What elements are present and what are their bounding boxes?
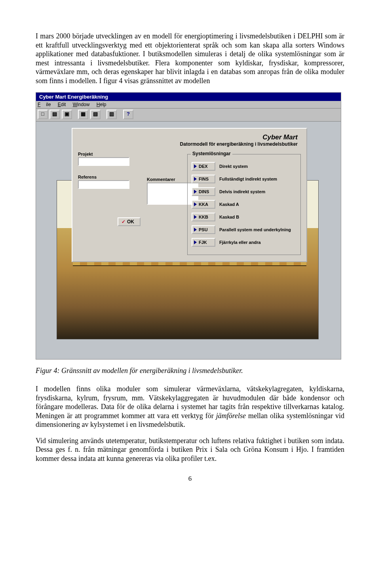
system-label: Delvis indirekt system xyxy=(219,189,265,194)
play-icon xyxy=(194,228,197,232)
system-label: Kaskad A xyxy=(219,202,239,207)
toolbar-open-icon[interactable]: ▤ xyxy=(49,110,60,119)
system-row-dex: DEXDirekt system xyxy=(192,162,296,171)
app-client-area: Cyber Mart Datormodell för energiberäkni… xyxy=(36,122,341,359)
toolbar-db2-icon[interactable]: ▧ xyxy=(90,110,101,119)
system-code: DINS xyxy=(199,189,209,194)
paragraph-3: Vid simulering används utetemperatur, bu… xyxy=(36,436,344,463)
play-icon xyxy=(194,202,197,206)
toolbar-save-icon[interactable]: ▣ xyxy=(62,110,72,119)
system-button-fjk[interactable]: FJK xyxy=(192,238,215,247)
play-icon xyxy=(194,215,197,219)
system-code: KKB xyxy=(199,215,208,219)
play-icon xyxy=(194,240,197,244)
app-window: Cyber Mart Energiberäkning File Edit Win… xyxy=(36,92,341,360)
toolbar: □ ▤ ▣ ▦ ▧ ▥ ? xyxy=(36,108,341,122)
page-number: 6 xyxy=(36,475,344,483)
system-label: Fullständigt indirekt system xyxy=(219,177,277,181)
system-button-psu[interactable]: PSU xyxy=(192,225,215,234)
system-button-kkb[interactable]: KKB xyxy=(192,213,215,221)
menu-edit[interactable]: Edit xyxy=(58,102,66,107)
paragraph-1: I mars 2000 började utvecklingen av en m… xyxy=(36,32,344,85)
menu-help[interactable]: Help xyxy=(97,102,106,107)
system-code: FINS xyxy=(199,177,209,181)
ok-label: OK xyxy=(127,219,134,225)
system-row-kka: KKAKaskad A xyxy=(192,200,296,209)
figure-caption: Figur 4: Gränssnitt av modellen för ener… xyxy=(36,367,344,375)
system-label: Kaskad B xyxy=(219,215,239,219)
toolbar-new-icon[interactable]: □ xyxy=(38,110,48,119)
system-button-kka[interactable]: KKA xyxy=(192,200,215,209)
play-icon xyxy=(194,190,197,194)
system-label: Parallell system med underkylning xyxy=(219,227,291,232)
toolbar-help-icon[interactable]: ? xyxy=(123,110,133,119)
ok-button[interactable]: ✓OK xyxy=(118,217,141,226)
system-row-fjk: FJKFjärrkyla eller andra xyxy=(192,238,296,247)
form-subtitle: Datormodell för energiberäkning i livsme… xyxy=(78,141,298,147)
projekt-input[interactable] xyxy=(78,157,129,166)
main-form-panel: Cyber Mart Datormodell för energiberäkni… xyxy=(72,128,307,262)
toolbar-db1-icon[interactable]: ▦ xyxy=(78,110,88,119)
systemlosningar-group: Systemlösningar DEXDirekt systemFINSFull… xyxy=(187,154,301,255)
system-button-dins[interactable]: DINS xyxy=(192,187,215,196)
check-icon: ✓ xyxy=(122,219,125,225)
system-row-kkb: KKBKaskad B xyxy=(192,213,296,221)
group-legend: Systemlösningar xyxy=(191,151,232,156)
window-titlebar: Cyber Mart Energiberäkning xyxy=(36,93,341,101)
referens-input[interactable] xyxy=(78,180,129,189)
menu-window[interactable]: Window xyxy=(73,102,90,107)
system-button-dex[interactable]: DEX xyxy=(192,162,215,171)
system-code: FJK xyxy=(199,240,207,245)
system-code: DEX xyxy=(199,164,208,169)
system-label: Fjärrkyla eller andra xyxy=(219,240,261,245)
toolbar-grid-icon[interactable]: ▥ xyxy=(106,110,117,119)
system-row-dins: DINSDelvis indirekt system xyxy=(192,187,296,196)
form-title: Cyber Mart xyxy=(78,133,298,141)
system-code: KKA xyxy=(199,202,208,207)
play-icon xyxy=(194,164,197,168)
menu-file[interactable]: File xyxy=(38,102,51,107)
system-code: PSU xyxy=(199,227,208,232)
system-row-fins: FINSFullständigt indirekt system xyxy=(192,175,296,183)
paragraph-2: I modellen finns olika moduler som simul… xyxy=(36,384,344,429)
play-icon xyxy=(194,177,197,181)
projekt-label: Projekt xyxy=(78,152,181,156)
menubar: File Edit Window Help xyxy=(36,101,341,108)
system-row-psu: PSUParallell system med underkylning xyxy=(192,225,296,234)
system-label: Direkt system xyxy=(219,164,248,169)
system-button-fins[interactable]: FINS xyxy=(192,175,215,183)
